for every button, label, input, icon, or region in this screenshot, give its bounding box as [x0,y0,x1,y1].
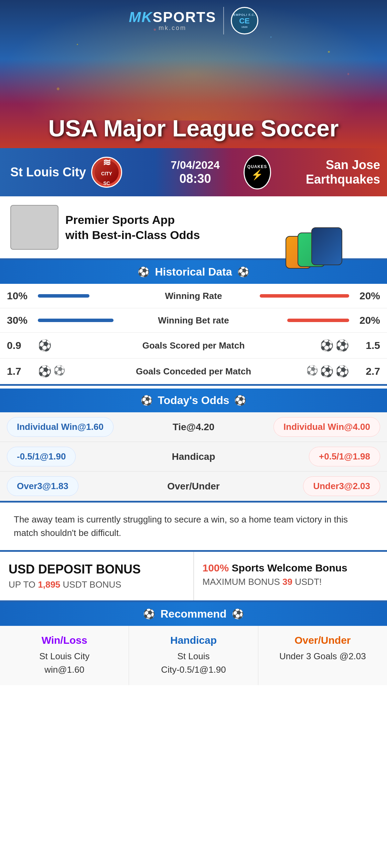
odds-btn-home-win[interactable]: Individual Win@1.60 [7,417,114,437]
analysis-text: The away team is currently struggling to… [14,514,348,538]
recommend-header-text: Recommend [160,608,226,620]
recommend-cell-winloss: Win/Loss St Louis Citywin@1.60 [0,626,129,685]
odds-left-2: -0.5/1@1.90 [7,447,142,466]
home-team-section: St Louis City ≋CITYSC [0,157,147,188]
home-team-name: St Louis City [10,165,86,179]
match-info-bar: St Louis City ≋CITYSC 7/04/2024 08:30 QU… [0,148,387,196]
bonus-right-title: 100% Sports Welcome Bonus [203,562,379,574]
away-team-logo: QUAKES ⚡ [244,155,271,189]
away-team-section: QUAKES ⚡ San Jose Earthquakes [244,155,387,189]
stat-right-val-3: 1.5 [353,340,380,351]
soccer-icon-blue: ⚽ [38,339,52,352]
stat-label-3: Goals Scored per Match [139,340,249,351]
logo-divider [223,7,224,34]
soccer-ball-icon-right: ⚽ [237,266,249,278]
bar-left-2 [38,319,114,322]
soccer-icon-red-1: ⚽ [320,339,334,352]
brand-name: MKSPORTS [129,10,216,24]
soccer-icon-blue-2: ⚽ [53,365,65,378]
app-promo-logo-placeholder [10,205,58,250]
recommend-header: ⚽ Recommend ⚽ [0,602,387,626]
recommend-detail-handicap: St LouisCity-0.5/1@1.90 [136,650,251,676]
odds-header: ⚽ Today's Odds ⚽ [0,389,387,412]
stat-right-bar-area-2 [252,319,350,322]
odds-center-1: Tie@4.20 [146,422,242,433]
stat-label-1: Winning Rate [139,291,249,301]
analysis-section: The away team is currently struggling to… [0,503,387,552]
soccer-icon-blue-1: ⚽ [38,365,52,378]
odds-btn-handicap-home[interactable]: -0.5/1@1.90 [7,447,76,466]
match-time: 08:30 [179,172,211,186]
odds-row-2: -0.5/1@1.90 Handicap +0.5/1@1.98 [0,442,387,472]
stat-row-winning-bet: 30% Winning Bet rate 20% [0,308,387,333]
match-datetime: 7/04/2024 08:30 [147,159,244,186]
odds-btn-over[interactable]: Over3@1.83 [7,476,78,496]
app-promo-section: Premier Sports Appwith Best-in-Class Odd… [0,196,387,260]
stat-left-bar-area-1 [38,294,135,298]
stat-right-val-2: 20% [353,314,380,326]
odds-row-3: Over3@1.83 Over/Under Under3@2.03 [0,472,387,501]
match-date: 7/04/2024 [171,159,219,172]
historical-data-section: 10% Winning Rate 20% 30% Winning Bet rat… [0,284,387,386]
odds-section: Individual Win@1.60 Tie@4.20 Individual … [0,412,387,503]
stat-right-icons-4: ⚽ ⚽ ⚽ [255,365,349,378]
bar-right-1 [260,294,349,298]
soccer-ball-icon-odds-right: ⚽ [234,395,246,406]
app-promo-phones [308,205,377,250]
stat-left-icons-3: ⚽ [38,339,135,352]
phone-image-1 [311,227,342,265]
stat-row-winning-rate: 10% Winning Rate 20% [0,284,387,308]
away-team-short: QUAKES [247,164,267,169]
recommend-grid: Win/Loss St Louis Citywin@1.60 Handicap … [0,626,387,685]
bonus-amount: 1,895 [38,579,60,590]
odds-right-3: Under3@2.03 [245,476,380,496]
bonus-right: 100% Sports Welcome Bonus MAXIMUM BONUS … [194,552,387,600]
bonus-max-amount: 39 [282,577,292,587]
historical-header-text: Historical Data [155,266,232,278]
odds-right-2: +0.5/1@1.98 [245,447,380,466]
odds-row-1: Individual Win@1.60 Tie@4.20 Individual … [0,412,387,442]
partner-logo: EMPOLI F.C. CE 1920 [231,7,258,34]
odds-btn-handicap-away[interactable]: +0.5/1@1.98 [309,447,380,466]
odds-btn-away-win[interactable]: Individual Win@4.00 [273,417,380,437]
stat-left-val-1: 10% [7,290,34,302]
stat-right-icons-3: ⚽ ⚽ [252,339,350,352]
recommend-cell-ou: Over/Under Under 3 Goals @2.03 [258,626,387,685]
bonus-right-subtitle: MAXIMUM BONUS 39 USDT! [203,577,379,587]
recommend-detail-ou: Under 3 Goals @2.03 [265,650,380,663]
bar-left-1 [38,294,89,298]
soccer-ball-icon-left: ⚽ [138,266,150,278]
recommend-detail-winloss: St Louis Citywin@1.60 [7,650,122,676]
recommend-type-winloss: Win/Loss [7,634,122,646]
soccer-ball-icon-rec-right: ⚽ [232,608,244,620]
app-promo-text: Premier Sports Appwith Best-in-Class Odd… [65,212,301,242]
stat-left-icons-4: ⚽ ⚽ [38,365,132,378]
soccer-icon-red-5: ⚽ [335,365,349,378]
stat-left-val-3: 0.9 [7,340,34,351]
recommend-section: Win/Loss St Louis Citywin@1.60 Handicap … [0,626,387,685]
soccer-icon-red-4: ⚽ [320,365,334,378]
mksports-logo: MKSPORTS mk.com [129,10,216,32]
stat-row-goals-scored: 0.9 ⚽ Goals Scored per Match ⚽ ⚽ 1.5 [0,333,387,359]
hero-banner: MKSPORTS mk.com EMPOLI F.C. CE 1920 USA … [0,0,387,148]
odds-center-2: Handicap [146,451,242,462]
stat-right-val-1: 20% [353,290,380,302]
bonus-section: USD DEPOSIT BONUS UP TO 1,895 USDT BONUS… [0,552,387,602]
bonus-left: USD DEPOSIT BONUS UP TO 1,895 USDT BONUS [0,552,194,600]
soccer-ball-icon-rec-left: ⚽ [143,608,155,620]
stat-left-val-4: 1.7 [7,365,34,377]
bar-right-2 [287,319,349,322]
recommend-type-ou: Over/Under [265,634,380,646]
bonus-left-title: USD DEPOSIT BONUS [9,562,185,577]
logo-area: MKSPORTS mk.com EMPOLI F.C. CE 1920 [0,7,387,34]
odds-left-1: Individual Win@1.60 [7,417,142,437]
stat-right-bar-area-1 [252,294,350,298]
league-title: USA Major League Soccer [0,115,387,141]
recommend-cell-handicap: Handicap St LouisCity-0.5/1@1.90 [129,626,258,685]
stat-left-val-2: 30% [7,314,34,326]
odds-header-text: Today's Odds [158,394,229,407]
soccer-icon-red-2: ⚽ [335,339,349,352]
odds-center-3: Over/Under [146,481,242,492]
odds-btn-under[interactable]: Under3@2.03 [303,476,380,496]
odds-left-3: Over3@1.83 [7,476,142,496]
